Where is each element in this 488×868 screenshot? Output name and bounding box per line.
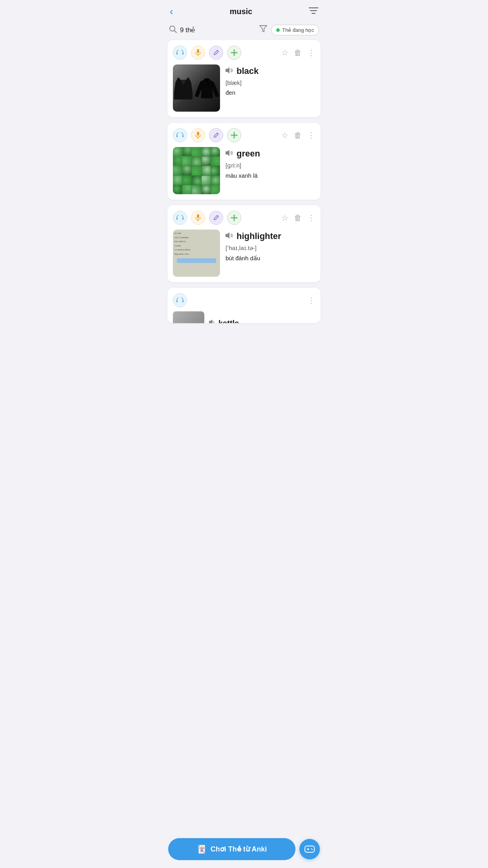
star-icon[interactable]: ☆ [281, 48, 288, 57]
sound-icon-highlighter[interactable] [226, 232, 233, 240]
card-body-highlighter: or sueon is needed.bor and ti...Learne c… [173, 230, 315, 277]
svg-rect-36 [176, 300, 178, 302]
card-phonetic-highlighter: [ˈhaɪˌlaɪ.tə-] [226, 245, 315, 252]
svg-rect-7 [197, 49, 199, 53]
headphone-icon[interactable] [173, 46, 187, 60]
trash-icon-highlighter[interactable]: 🗑 [294, 213, 302, 223]
card-image-highlighter: or sueon is needed.bor and ti...Learne c… [173, 230, 220, 277]
card-word-green: green [237, 149, 260, 159]
more-icon-kettle[interactable]: ⋮ [307, 296, 315, 305]
card-kettle-partial: ⋮ kettle [167, 288, 321, 323]
more-icon-green[interactable]: ⋮ [307, 131, 315, 140]
filter-icon[interactable] [309, 7, 318, 17]
card-image-black [173, 64, 220, 112]
svg-rect-26 [176, 218, 178, 220]
card-icons-right-highlighter: ☆ 🗑 ⋮ [281, 213, 315, 223]
svg-point-23 [231, 134, 233, 136]
star-icon-highlighter[interactable]: ☆ [281, 213, 288, 223]
anki-card-icon: 🃏 [197, 844, 207, 854]
svg-marker-15 [226, 67, 229, 74]
svg-point-32 [233, 219, 235, 221]
card-body-green: green [ɡriːn] màu xanh lá [173, 147, 315, 194]
highlighter-bg-text: or sueon is needed.bor and ti...Learne c… [173, 230, 220, 257]
card-icons-left-highlighter [173, 211, 241, 225]
card-partial-top: ⋮ [173, 293, 315, 307]
studying-text: Thẻ đang học [282, 27, 314, 33]
trash-icon-green[interactable]: 🗑 [294, 131, 302, 140]
svg-rect-16 [176, 135, 178, 137]
svg-rect-6 [182, 53, 183, 55]
svg-rect-27 [182, 218, 183, 220]
sound-icon-kettle[interactable] [209, 320, 216, 323]
studying-dot [276, 28, 280, 32]
anki-button[interactable]: 🃏 Chơi Thẻ từ Anki [168, 838, 295, 860]
card-image-green [173, 147, 220, 194]
more-icon[interactable]: ⋮ [307, 48, 315, 57]
svg-rect-18 [197, 132, 199, 136]
mic-icon[interactable] [191, 46, 205, 60]
headphone-icon-highlighter[interactable] [173, 211, 187, 225]
card-top: ☆ 🗑 ⋮ [173, 46, 315, 60]
sound-icon[interactable] [226, 67, 233, 75]
mic-icon-green[interactable] [191, 128, 205, 142]
card-translation-green: màu xanh lá [226, 172, 315, 179]
svg-rect-14 [174, 91, 192, 99]
back-button[interactable]: ‹ [170, 6, 173, 18]
search-bar: 9 thẻ Thẻ đang học [163, 22, 325, 40]
svg-point-34 [235, 217, 238, 219]
svg-rect-28 [197, 214, 199, 218]
card-info: black [blæk] đen [226, 64, 315, 96]
headphone-icon-green[interactable] [173, 128, 187, 142]
search-left: 9 thẻ [169, 25, 255, 35]
flower-icon-highlighter[interactable] [227, 211, 241, 225]
trash-icon[interactable]: 🗑 [294, 48, 302, 57]
card-word-kettle: kettle [218, 319, 239, 324]
card-word-row-green: green [226, 149, 315, 159]
mic-icon-highlighter[interactable] [191, 211, 205, 225]
card-info-highlighter: highlighter [ˈhaɪˌlaɪ.tə-] bút đánh dấu [226, 230, 315, 262]
studying-badge[interactable]: Thẻ đang học [271, 25, 319, 35]
svg-rect-37 [182, 300, 183, 302]
svg-point-31 [233, 215, 235, 217]
flower-icon-green[interactable] [227, 128, 241, 142]
search-text: 9 thẻ [180, 26, 195, 34]
star-icon-green[interactable]: ☆ [281, 131, 288, 140]
svg-point-30 [233, 217, 235, 219]
card-icons-left [173, 46, 241, 60]
sound-icon-green[interactable] [226, 150, 233, 158]
card-icons-left-green [173, 128, 241, 142]
card-image-kettle [173, 311, 204, 323]
card-word: black [237, 66, 259, 76]
edit-icon[interactable] [209, 46, 223, 60]
card-icons-right-kettle: ⋮ [307, 296, 315, 305]
highlighter-bar [177, 258, 216, 263]
svg-point-24 [235, 134, 238, 136]
svg-point-42 [311, 848, 312, 849]
headphone-icon-kettle[interactable] [173, 293, 187, 307]
card-translation-highlighter: bút đánh dấu [226, 255, 315, 262]
svg-point-43 [312, 849, 312, 850]
svg-point-11 [233, 54, 235, 56]
more-icon-highlighter[interactable]: ⋮ [307, 213, 315, 223]
svg-rect-17 [182, 135, 183, 137]
svg-marker-38 [209, 320, 213, 323]
edit-icon-green[interactable] [209, 128, 223, 142]
svg-rect-5 [176, 53, 178, 55]
svg-point-33 [231, 217, 233, 219]
card-icons-right: ☆ 🗑 ⋮ [281, 48, 315, 57]
card-word-row-highlighter: highlighter [226, 231, 315, 241]
edit-icon-highlighter[interactable] [209, 211, 223, 225]
svg-point-12 [231, 52, 233, 53]
card-word-row: black [226, 66, 315, 76]
svg-point-21 [233, 132, 235, 134]
card-icons-left-kettle [173, 293, 187, 307]
svg-point-10 [233, 50, 235, 52]
search-icon [169, 25, 177, 35]
card-info-green: green [ɡriːn] màu xanh lá [226, 147, 315, 179]
game-button[interactable] [299, 839, 320, 859]
svg-marker-25 [226, 150, 229, 156]
svg-rect-39 [305, 846, 314, 852]
card-highlighter: ☆ 🗑 ⋮ or sueon is needed.bor and ti...Le… [167, 205, 321, 282]
flower-icon[interactable] [227, 46, 241, 60]
funnel-icon[interactable] [259, 25, 267, 35]
